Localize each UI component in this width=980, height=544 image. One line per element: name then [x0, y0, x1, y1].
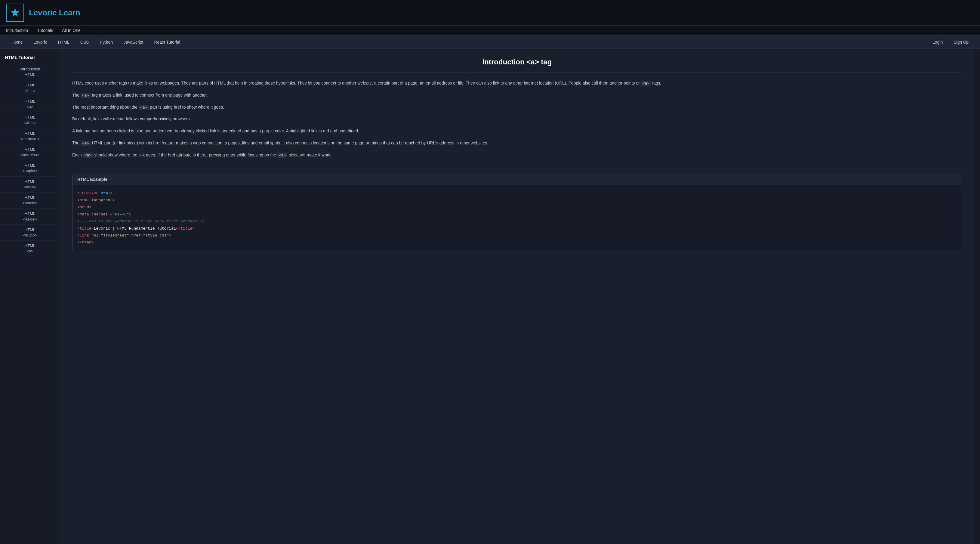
sidebar-title: HTML Tutorial [0, 52, 60, 64]
sidebar-item-5[interactable]: HTML <address> [0, 145, 60, 161]
page-title: Introduction <a> tag [72, 58, 962, 73]
para-4: By default, links will execute follows c… [72, 116, 962, 123]
secondary-nav-links: Home Levoric HTML CSS Python JavaScript … [6, 35, 921, 49]
nav-react[interactable]: React Tutorial [149, 35, 185, 49]
nav-login[interactable]: Login [927, 35, 948, 49]
code-line-2: <html lang="en"> [77, 197, 957, 204]
nav-javascript[interactable]: JavaScript [118, 35, 149, 49]
nav-python[interactable]: Python [94, 35, 118, 49]
code-example-header: HTML Example [73, 174, 962, 185]
top-nav-tutorials[interactable]: Tutorials [37, 28, 53, 33]
main-layout: HTML Tutorial Introduction HTML HTML <!-… [0, 49, 980, 544]
para-2: The <a> tag makes a link, used to connec… [72, 92, 962, 99]
nav-css[interactable]: CSS [75, 35, 94, 49]
para-3: The most important thing about the <a> p… [72, 104, 962, 111]
right-panel [974, 49, 980, 544]
sidebar-item-1[interactable]: HTML <!----> [0, 80, 60, 96]
code-line-1: <!DOCTYPE html> [77, 190, 957, 197]
nav-signup[interactable]: Sign Up [948, 35, 974, 49]
nav-levoric[interactable]: Levoric [28, 35, 52, 49]
code-example-box: HTML Example <!DOCTYPE html> <html lang=… [72, 173, 962, 251]
sidebar-item-6[interactable]: HTML <applet> [0, 161, 60, 176]
star-icon [10, 8, 20, 17]
nav-divider [924, 38, 924, 46]
content-area: Introduction <a> tag HTML code uses anch… [60, 49, 974, 544]
code-line-6: <title>Levoric | HTML Fundamentle Tutori… [77, 225, 957, 232]
secondary-nav: Home Levoric HTML CSS Python JavaScript … [0, 35, 980, 49]
para-5: A link that has not been clicked is blue… [72, 127, 962, 135]
sidebar-item-3[interactable]: HTML <abbr> [0, 112, 60, 128]
sidebar-item-8[interactable]: HTML <article> [0, 192, 60, 208]
sidebar: HTML Tutorial Introduction HTML HTML <!-… [0, 49, 60, 544]
code-line-5: <!--This is our webpage it's our very fi… [77, 218, 957, 225]
nav-html[interactable]: HTML [52, 35, 75, 49]
brand-name: Levoric Learn [29, 8, 80, 17]
code-line-8: </head> [77, 239, 957, 246]
sidebar-item-2[interactable]: HTML <a> [0, 96, 60, 112]
nav-home[interactable]: Home [6, 35, 28, 49]
sidebar-item-0[interactable]: Introduction HTML [0, 64, 60, 80]
para-6: The <a> HTML part (or link piece) with i… [72, 140, 962, 147]
logo-box [6, 3, 24, 22]
sidebar-item-11[interactable]: HTML <b> [0, 241, 60, 257]
top-nav-allinone[interactable]: All In One [62, 28, 80, 33]
auth-links: Login Sign Up [927, 35, 974, 49]
top-nav: Intruduction Tutorials All In One [0, 25, 980, 35]
sidebar-item-10[interactable]: HTML <audio> [0, 225, 60, 241]
header: Levoric Learn [0, 0, 980, 25]
top-nav-introduction[interactable]: Intruduction [6, 28, 28, 33]
code-line-3: <head> [77, 204, 957, 211]
sidebar-item-7[interactable]: HTML <area> [0, 177, 60, 192]
code-block: <!DOCTYPE html> <html lang="en"> <head> … [73, 185, 962, 251]
para-7: Each <a> should show where the link goes… [72, 152, 962, 159]
sidebar-item-9[interactable]: HTML <aside> [0, 208, 60, 224]
para-1: HTML code uses anchor tags to make links… [72, 80, 962, 87]
code-line-7: <link rel="stylesheet" href="style.css"> [77, 232, 957, 239]
code-line-4: <meta charset ="UTF-8"> [77, 211, 957, 218]
sidebar-item-4[interactable]: HTML <acronym> [0, 129, 60, 145]
